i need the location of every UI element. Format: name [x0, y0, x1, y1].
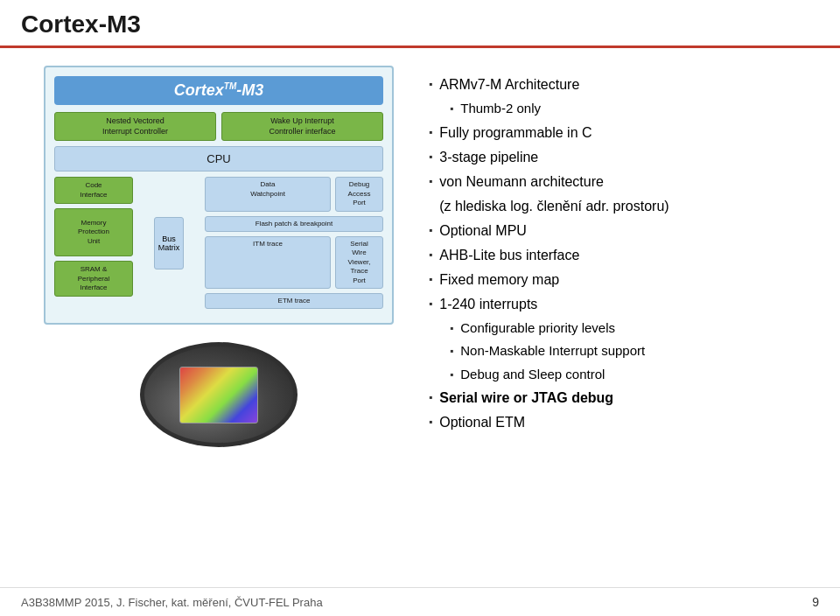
- cpu-block: CPU: [54, 146, 383, 172]
- sram-block: SRAM &PeripheralInterface: [54, 261, 133, 297]
- bullet-icon-4: ▪: [429, 149, 432, 164]
- bullet-etm: ▪ Optional ETM: [429, 412, 814, 433]
- cortex-diagram: CortexTM-M3 Nested VectoredInterrupt Con…: [44, 66, 394, 325]
- bullet-icon-2: ▪: [450, 101, 453, 116]
- bullet-serial-wire: ▪ Serial wire or JTAG debug: [429, 388, 814, 409]
- debug-access-block: DebugAccessPort: [335, 177, 383, 211]
- center-col: BusMatrix: [138, 177, 200, 309]
- bullet-icon-9: ▪: [429, 271, 432, 287]
- right-col: DataWatchpoint DebugAccessPort Flash pat…: [205, 177, 383, 309]
- page-footer: A3B38MMP 2015, J. Fischer, kat. měření, …: [0, 587, 840, 616]
- bullet-fixed-memory: ▪ Fixed memory map: [429, 270, 814, 290]
- bullet-fully-prog: ▪ Fully programmable in C: [429, 122, 814, 144]
- code-interface-block: CodeInterface: [54, 177, 133, 204]
- bullet-neumann: ▪ von Neumann architecture: [429, 172, 814, 192]
- bullet-icon-10: ▪: [429, 296, 432, 312]
- right-bottom-row: ITM trace SerialWireViewer,TracePort: [205, 236, 383, 289]
- data-watchpoint-block: DataWatchpoint: [205, 177, 331, 211]
- left-col: CodeInterface MemoryProtectionUnit SRAM …: [54, 177, 133, 309]
- bullet-icon-14: ▪: [429, 389, 432, 405]
- nvic-block: Nested VectoredInterrupt Controller: [54, 112, 216, 141]
- bullet-nmi: ▪ Non-Maskable Interrupt support: [429, 341, 814, 361]
- bullet-3stage: ▪ 3-stage pipeline: [429, 147, 814, 168]
- page-header: Cortex-M3: [0, 0, 840, 48]
- bullet-icon-5: ▪: [429, 173, 432, 189]
- bullet-armv7: ▪ ARMv7-M Architecture: [429, 74, 814, 95]
- bullet-interrupts: ▪ 1-240 interrupts: [429, 294, 814, 315]
- bullet-hlediska: ▪ (z hlediska log. členění adr. prostoru…: [429, 196, 814, 217]
- bullet-mpu: ▪ Optional MPU: [429, 220, 814, 242]
- diagram-area: CortexTM-M3 Nested VectoredInterrupt Con…: [26, 66, 411, 564]
- bullet-ahb: ▪ AHB-Lite bus interface: [429, 245, 814, 266]
- flash-patch-block: Flash patch & breakpoint: [205, 216, 383, 232]
- bus-matrix-block: BusMatrix: [154, 217, 185, 270]
- cortex-brand-text: CortexTM-M3: [174, 81, 263, 99]
- cortex-brand-header: CortexTM-M3: [54, 76, 383, 105]
- bullet-icon-1: ▪: [429, 76, 432, 92]
- bullet-icon-3: ▪: [429, 124, 432, 140]
- bullet-configurable: ▪ Configurable priority levels: [429, 318, 814, 339]
- bullet-icon-11: ▪: [450, 320, 453, 336]
- itm-trace-block: ITM trace: [205, 236, 331, 289]
- page-title: Cortex-M3: [21, 10, 819, 38]
- bullet-icon-7: ▪: [429, 222, 432, 238]
- footer-page-number: 9: [812, 595, 819, 609]
- bullet-debug-sleep: ▪ Debug and Sleep control: [429, 365, 814, 385]
- serial-wire-block: SerialWireViewer,TracePort: [335, 236, 383, 289]
- middle-section: CodeInterface MemoryProtectionUnit SRAM …: [54, 177, 383, 309]
- content-area: ▪ ARMv7-M Architecture ▪ Thumb-2 only ▪ …: [411, 66, 814, 564]
- wakeup-block: Wake Up InterruptController interface: [221, 112, 383, 141]
- bullet-icon-15: ▪: [429, 414, 432, 430]
- main-content: CortexTM-M3 Nested VectoredInterrupt Con…: [0, 48, 840, 582]
- bullet-icon-12: ▪: [450, 343, 453, 359]
- bullet-icon-8: ▪: [429, 247, 432, 262]
- chip-image: [131, 333, 306, 456]
- top-block-row: Nested VectoredInterrupt Controller Wake…: [54, 112, 383, 141]
- etm-trace-block: ETM trace: [205, 293, 383, 309]
- bullet-thumb2: ▪ Thumb-2 only: [429, 99, 814, 119]
- footer-left-text: A3B38MMP 2015, J. Fischer, kat. měření, …: [21, 596, 323, 609]
- chip-base: [140, 342, 298, 447]
- right-top-row: DataWatchpoint DebugAccessPort: [205, 177, 383, 211]
- bullet-list: ▪ ARMv7-M Architecture ▪ Thumb-2 only ▪ …: [429, 74, 814, 433]
- mpu-block: MemoryProtectionUnit: [54, 208, 133, 256]
- bullet-icon-13: ▪: [450, 367, 453, 382]
